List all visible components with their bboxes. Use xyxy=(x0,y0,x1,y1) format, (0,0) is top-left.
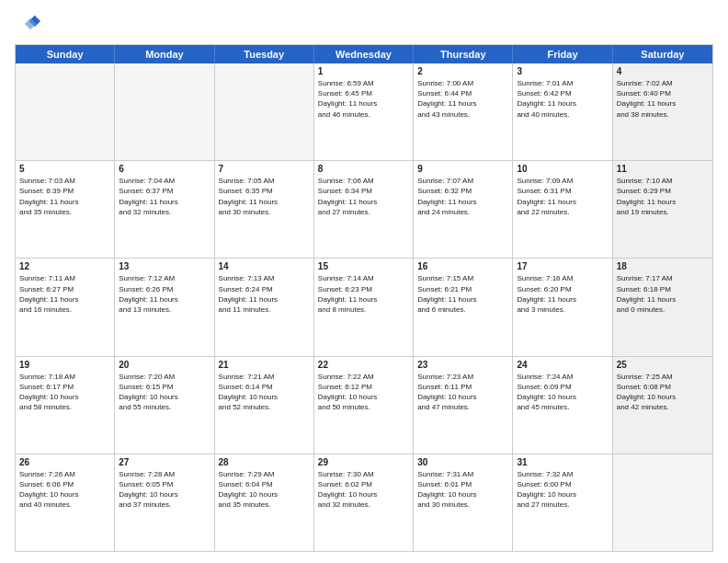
cell-content: Sunrise: 7:30 AM Sunset: 6:02 PM Dayligh… xyxy=(318,469,409,511)
calendar-cell: 22Sunrise: 7:22 AM Sunset: 6:12 PM Dayli… xyxy=(314,357,414,454)
cell-content: Sunrise: 7:32 AM Sunset: 6:00 PM Dayligh… xyxy=(517,469,608,511)
weekday-header: Friday xyxy=(513,45,612,63)
day-number: 21 xyxy=(219,360,310,370)
calendar-cell: 25Sunrise: 7:25 AM Sunset: 6:08 PM Dayli… xyxy=(613,357,712,454)
calendar-cell: 13Sunrise: 7:12 AM Sunset: 6:26 PM Dayli… xyxy=(115,259,214,355)
cell-content: Sunrise: 7:12 AM Sunset: 6:26 PM Dayligh… xyxy=(119,273,210,315)
calendar-cell: 9Sunrise: 7:07 AM Sunset: 6:32 PM Daylig… xyxy=(414,161,513,258)
day-number: 1 xyxy=(318,66,409,76)
day-number: 14 xyxy=(219,261,310,271)
day-number: 16 xyxy=(417,261,508,271)
calendar-cell xyxy=(613,454,712,551)
calendar-cell: 24Sunrise: 7:24 AM Sunset: 6:09 PM Dayli… xyxy=(513,357,612,454)
cell-content: Sunrise: 7:16 AM Sunset: 6:20 PM Dayligh… xyxy=(517,273,608,315)
day-number: 26 xyxy=(19,457,110,467)
calendar-cell: 3Sunrise: 7:01 AM Sunset: 6:42 PM Daylig… xyxy=(513,63,612,160)
calendar-cell: 28Sunrise: 7:29 AM Sunset: 6:04 PM Dayli… xyxy=(215,454,314,551)
day-number: 2 xyxy=(417,66,508,76)
calendar-cell: 1Sunrise: 6:59 AM Sunset: 6:45 PM Daylig… xyxy=(314,63,414,160)
calendar: SundayMondayTuesdayWednesdayThursdayFrid… xyxy=(15,44,713,552)
weekday-header: Sunday xyxy=(16,45,115,63)
calendar-cell: 21Sunrise: 7:21 AM Sunset: 6:14 PM Dayli… xyxy=(215,357,314,454)
day-number: 11 xyxy=(617,164,709,174)
cell-content: Sunrise: 7:04 AM Sunset: 6:37 PM Dayligh… xyxy=(119,176,210,217)
calendar-cell: 27Sunrise: 7:28 AM Sunset: 6:05 PM Dayli… xyxy=(115,454,214,551)
calendar-cell xyxy=(215,63,314,160)
cell-content: Sunrise: 7:31 AM Sunset: 6:01 PM Dayligh… xyxy=(417,469,508,511)
cell-content: Sunrise: 7:28 AM Sunset: 6:05 PM Dayligh… xyxy=(119,469,210,511)
calendar-week-row: 12Sunrise: 7:11 AM Sunset: 6:27 PM Dayli… xyxy=(16,259,712,356)
cell-content: Sunrise: 7:09 AM Sunset: 6:31 PM Dayligh… xyxy=(517,176,608,217)
calendar-cell: 18Sunrise: 7:17 AM Sunset: 6:18 PM Dayli… xyxy=(613,259,712,355)
day-number: 17 xyxy=(517,261,608,271)
cell-content: Sunrise: 6:59 AM Sunset: 6:45 PM Dayligh… xyxy=(318,78,409,120)
day-number: 5 xyxy=(19,164,110,174)
day-number: 27 xyxy=(119,457,210,467)
cell-content: Sunrise: 7:20 AM Sunset: 6:15 PM Dayligh… xyxy=(119,372,210,413)
cell-content: Sunrise: 7:11 AM Sunset: 6:27 PM Dayligh… xyxy=(19,273,110,315)
day-number: 4 xyxy=(617,66,709,76)
day-number: 15 xyxy=(318,261,409,271)
day-number: 22 xyxy=(318,360,409,370)
calendar-cell: 30Sunrise: 7:31 AM Sunset: 6:01 PM Dayli… xyxy=(414,454,513,551)
calendar-body: 1Sunrise: 6:59 AM Sunset: 6:45 PM Daylig… xyxy=(16,63,712,551)
page: SundayMondayTuesdayWednesdayThursdayFrid… xyxy=(0,0,728,563)
day-number: 9 xyxy=(417,164,508,174)
day-number: 20 xyxy=(119,360,210,370)
calendar-cell: 12Sunrise: 7:11 AM Sunset: 6:27 PM Dayli… xyxy=(16,259,115,355)
header xyxy=(15,11,713,37)
day-number: 25 xyxy=(617,360,709,370)
calendar-cell: 2Sunrise: 7:00 AM Sunset: 6:44 PM Daylig… xyxy=(414,63,513,160)
calendar-cell: 26Sunrise: 7:26 AM Sunset: 6:06 PM Dayli… xyxy=(16,454,115,551)
day-number: 23 xyxy=(417,360,508,370)
cell-content: Sunrise: 7:10 AM Sunset: 6:29 PM Dayligh… xyxy=(617,176,709,217)
day-number: 7 xyxy=(219,164,310,174)
day-number: 13 xyxy=(119,261,210,271)
calendar-cell xyxy=(115,63,214,160)
day-number: 30 xyxy=(417,457,508,467)
calendar-cell: 10Sunrise: 7:09 AM Sunset: 6:31 PM Dayli… xyxy=(513,161,612,258)
calendar-cell: 7Sunrise: 7:05 AM Sunset: 6:35 PM Daylig… xyxy=(215,161,314,258)
calendar-cell: 23Sunrise: 7:23 AM Sunset: 6:11 PM Dayli… xyxy=(414,357,513,454)
cell-content: Sunrise: 7:18 AM Sunset: 6:17 PM Dayligh… xyxy=(19,372,110,413)
calendar-cell: 11Sunrise: 7:10 AM Sunset: 6:29 PM Dayli… xyxy=(613,161,712,258)
calendar-cell: 6Sunrise: 7:04 AM Sunset: 6:37 PM Daylig… xyxy=(115,161,214,258)
day-number: 19 xyxy=(19,360,110,370)
cell-content: Sunrise: 7:21 AM Sunset: 6:14 PM Dayligh… xyxy=(219,372,310,413)
calendar-cell: 17Sunrise: 7:16 AM Sunset: 6:20 PM Dayli… xyxy=(513,259,612,355)
calendar-header: SundayMondayTuesdayWednesdayThursdayFrid… xyxy=(16,45,712,63)
day-number: 28 xyxy=(219,457,310,467)
calendar-cell: 20Sunrise: 7:20 AM Sunset: 6:15 PM Dayli… xyxy=(115,357,214,454)
calendar-cell: 5Sunrise: 7:03 AM Sunset: 6:39 PM Daylig… xyxy=(16,161,115,258)
calendar-cell: 14Sunrise: 7:13 AM Sunset: 6:24 PM Dayli… xyxy=(215,259,314,355)
calendar-cell: 19Sunrise: 7:18 AM Sunset: 6:17 PM Dayli… xyxy=(16,357,115,454)
day-number: 18 xyxy=(617,261,709,271)
calendar-cell: 8Sunrise: 7:06 AM Sunset: 6:34 PM Daylig… xyxy=(314,161,414,258)
day-number: 6 xyxy=(119,164,210,174)
day-number: 29 xyxy=(318,457,409,467)
day-number: 8 xyxy=(318,164,409,174)
calendar-cell: 4Sunrise: 7:02 AM Sunset: 6:40 PM Daylig… xyxy=(613,63,712,160)
weekday-header: Saturday xyxy=(613,45,712,63)
calendar-cell: 15Sunrise: 7:14 AM Sunset: 6:23 PM Dayli… xyxy=(314,259,414,355)
day-number: 31 xyxy=(517,457,608,467)
calendar-week-row: 5Sunrise: 7:03 AM Sunset: 6:39 PM Daylig… xyxy=(16,161,712,259)
day-number: 3 xyxy=(517,66,608,76)
cell-content: Sunrise: 7:25 AM Sunset: 6:08 PM Dayligh… xyxy=(617,372,709,413)
cell-content: Sunrise: 7:00 AM Sunset: 6:44 PM Dayligh… xyxy=(417,78,508,120)
cell-content: Sunrise: 7:05 AM Sunset: 6:35 PM Dayligh… xyxy=(219,176,310,217)
logo-icon xyxy=(15,11,40,37)
cell-content: Sunrise: 7:24 AM Sunset: 6:09 PM Dayligh… xyxy=(517,372,608,413)
calendar-cell: 16Sunrise: 7:15 AM Sunset: 6:21 PM Dayli… xyxy=(414,259,513,355)
calendar-week-row: 19Sunrise: 7:18 AM Sunset: 6:17 PM Dayli… xyxy=(16,357,712,454)
cell-content: Sunrise: 7:14 AM Sunset: 6:23 PM Dayligh… xyxy=(318,273,409,315)
cell-content: Sunrise: 7:01 AM Sunset: 6:42 PM Dayligh… xyxy=(517,78,608,120)
logo xyxy=(15,11,44,37)
cell-content: Sunrise: 7:13 AM Sunset: 6:24 PM Dayligh… xyxy=(219,273,310,315)
day-number: 24 xyxy=(517,360,608,370)
cell-content: Sunrise: 7:29 AM Sunset: 6:04 PM Dayligh… xyxy=(219,469,310,511)
cell-content: Sunrise: 7:15 AM Sunset: 6:21 PM Dayligh… xyxy=(417,273,508,315)
cell-content: Sunrise: 7:07 AM Sunset: 6:32 PM Dayligh… xyxy=(417,176,508,217)
cell-content: Sunrise: 7:22 AM Sunset: 6:12 PM Dayligh… xyxy=(318,372,409,413)
cell-content: Sunrise: 7:17 AM Sunset: 6:18 PM Dayligh… xyxy=(617,273,709,315)
